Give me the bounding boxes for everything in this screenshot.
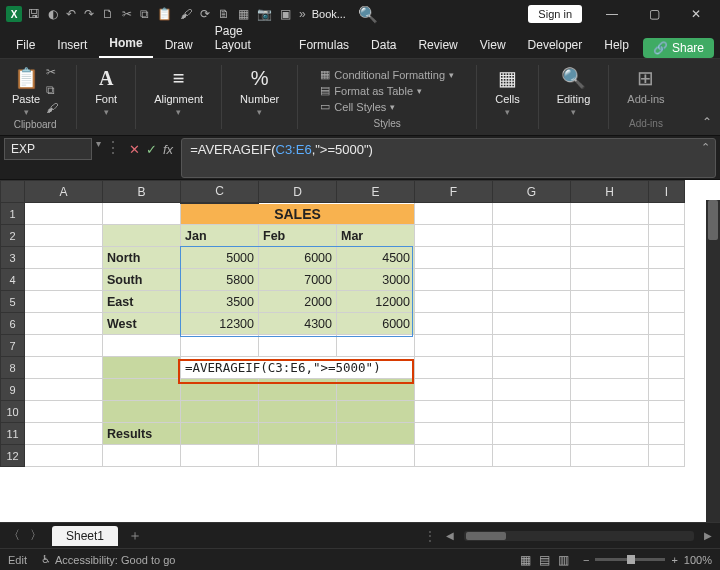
copy-icon[interactable]: ⧉ bbox=[140, 7, 149, 21]
alignment-button[interactable]: ≡Alignment▾ bbox=[154, 65, 203, 117]
autosave-icon[interactable]: ◐ bbox=[48, 7, 58, 21]
col-header-A[interactable]: A bbox=[25, 181, 103, 203]
font-button[interactable]: AFont▾ bbox=[95, 65, 117, 117]
expand-formula-icon[interactable]: ⌃ bbox=[701, 141, 710, 154]
cell-I10[interactable] bbox=[649, 401, 685, 423]
cell-I2[interactable] bbox=[649, 225, 685, 247]
editing-button[interactable]: 🔍Editing▾ bbox=[557, 65, 591, 117]
sheet-tab[interactable]: Sheet1 bbox=[52, 526, 118, 546]
cell-D12[interactable] bbox=[259, 445, 337, 467]
col-header-I[interactable]: I bbox=[649, 181, 685, 203]
cell-C3[interactable]: 5000 bbox=[181, 247, 259, 269]
zoom-level[interactable]: 100% bbox=[684, 554, 712, 566]
cell-B5[interactable]: East bbox=[103, 291, 181, 313]
cell-H4[interactable] bbox=[571, 269, 649, 291]
cell-C5[interactable]: 3500 bbox=[181, 291, 259, 313]
fx-icon[interactable]: fx bbox=[163, 142, 173, 157]
cell-B3[interactable]: North bbox=[103, 247, 181, 269]
tab-data[interactable]: Data bbox=[361, 32, 406, 58]
cell-A1[interactable] bbox=[25, 203, 103, 225]
cell-A7[interactable] bbox=[25, 335, 103, 357]
cell-C7[interactable] bbox=[181, 335, 259, 357]
cell-I7[interactable] bbox=[649, 335, 685, 357]
col-header-G[interactable]: G bbox=[493, 181, 571, 203]
page-layout-view-icon[interactable]: ▤ bbox=[539, 553, 550, 567]
cell-I4[interactable] bbox=[649, 269, 685, 291]
format-painter-icon[interactable]: 🖌 bbox=[46, 101, 58, 115]
cell-G6[interactable] bbox=[493, 313, 571, 335]
cell-F12[interactable] bbox=[415, 445, 493, 467]
paste-icon[interactable]: 📋 bbox=[157, 7, 172, 21]
name-box[interactable]: EXP bbox=[4, 138, 92, 160]
cell-G5[interactable] bbox=[493, 291, 571, 313]
tab-page-layout[interactable]: Page Layout bbox=[205, 18, 287, 58]
cell-A2[interactable] bbox=[25, 225, 103, 247]
addins-button[interactable]: ⊞Add-ins bbox=[627, 65, 664, 105]
cell-I8[interactable] bbox=[649, 357, 685, 379]
cell-D5[interactable]: 2000 bbox=[259, 291, 337, 313]
cell-G12[interactable] bbox=[493, 445, 571, 467]
col-header-C[interactable]: C bbox=[181, 181, 259, 203]
save-icon[interactable]: 🖫 bbox=[28, 7, 40, 21]
cell-E12[interactable] bbox=[337, 445, 415, 467]
row-header-12[interactable]: 12 bbox=[1, 445, 25, 467]
cell-G4[interactable] bbox=[493, 269, 571, 291]
row-header-1[interactable]: 1 bbox=[1, 203, 25, 225]
cell-F7[interactable] bbox=[415, 335, 493, 357]
next-sheet-icon[interactable]: 〉 bbox=[30, 527, 42, 544]
cut-icon[interactable]: ✂ bbox=[46, 65, 58, 79]
row-header-11[interactable]: 11 bbox=[1, 423, 25, 445]
redo-icon[interactable]: ↷ bbox=[84, 7, 94, 21]
namebox-dropdown-icon[interactable]: ▾ bbox=[96, 138, 101, 149]
close-icon[interactable]: ✕ bbox=[678, 0, 714, 28]
copy-icon[interactable]: ⧉ bbox=[46, 83, 58, 97]
cell-B1[interactable] bbox=[103, 203, 181, 225]
cell-A5[interactable] bbox=[25, 291, 103, 313]
cell-H6[interactable] bbox=[571, 313, 649, 335]
cell-G2[interactable] bbox=[493, 225, 571, 247]
cell-B11[interactable]: Results bbox=[103, 423, 181, 445]
zoom-in-icon[interactable]: + bbox=[671, 554, 677, 566]
cell-E2[interactable]: Mar bbox=[337, 225, 415, 247]
cell-I1[interactable] bbox=[649, 203, 685, 225]
cell-C2[interactable]: Jan bbox=[181, 225, 259, 247]
maximize-icon[interactable]: ▢ bbox=[636, 0, 672, 28]
cell-H10[interactable] bbox=[571, 401, 649, 423]
cell-F1[interactable] bbox=[415, 203, 493, 225]
more-icon[interactable]: » bbox=[299, 7, 306, 21]
col-header-D[interactable]: D bbox=[259, 181, 337, 203]
cell-H7[interactable] bbox=[571, 335, 649, 357]
tab-review[interactable]: Review bbox=[408, 32, 467, 58]
tab-file[interactable]: File bbox=[6, 32, 45, 58]
vertical-scrollbar[interactable] bbox=[706, 200, 720, 522]
cell-A6[interactable] bbox=[25, 313, 103, 335]
cell-G10[interactable] bbox=[493, 401, 571, 423]
cell-H1[interactable] bbox=[571, 203, 649, 225]
normal-view-icon[interactable]: ▦ bbox=[520, 553, 531, 567]
cell-C1[interactable]: SALES bbox=[181, 203, 415, 225]
col-header-E[interactable]: E bbox=[337, 181, 415, 203]
col-header-B[interactable]: B bbox=[103, 181, 181, 203]
cell-C8[interactable]: =AVERAGEIF(C3:E6,">=5000") bbox=[181, 357, 415, 379]
cell-A10[interactable] bbox=[25, 401, 103, 423]
cell-G11[interactable] bbox=[493, 423, 571, 445]
cell-C9[interactable] bbox=[181, 379, 259, 401]
cell-E11[interactable] bbox=[337, 423, 415, 445]
cell-F2[interactable] bbox=[415, 225, 493, 247]
cell-E6[interactable]: 6000 bbox=[337, 313, 415, 335]
cell-D10[interactable] bbox=[259, 401, 337, 423]
cell-B10[interactable] bbox=[103, 401, 181, 423]
cell-I11[interactable] bbox=[649, 423, 685, 445]
accessibility-status[interactable]: ♿︎Accessibility: Good to go bbox=[41, 553, 175, 566]
add-sheet-icon[interactable]: ＋ bbox=[128, 527, 142, 545]
search-icon[interactable]: 🔍 bbox=[358, 5, 378, 24]
cell-D4[interactable]: 7000 bbox=[259, 269, 337, 291]
cell-A8[interactable] bbox=[25, 357, 103, 379]
tab-draw[interactable]: Draw bbox=[155, 32, 203, 58]
cell-A12[interactable] bbox=[25, 445, 103, 467]
cell-E9[interactable] bbox=[337, 379, 415, 401]
cell-F4[interactable] bbox=[415, 269, 493, 291]
cell-C4[interactable]: 5800 bbox=[181, 269, 259, 291]
cell-H11[interactable] bbox=[571, 423, 649, 445]
cell-F9[interactable] bbox=[415, 379, 493, 401]
